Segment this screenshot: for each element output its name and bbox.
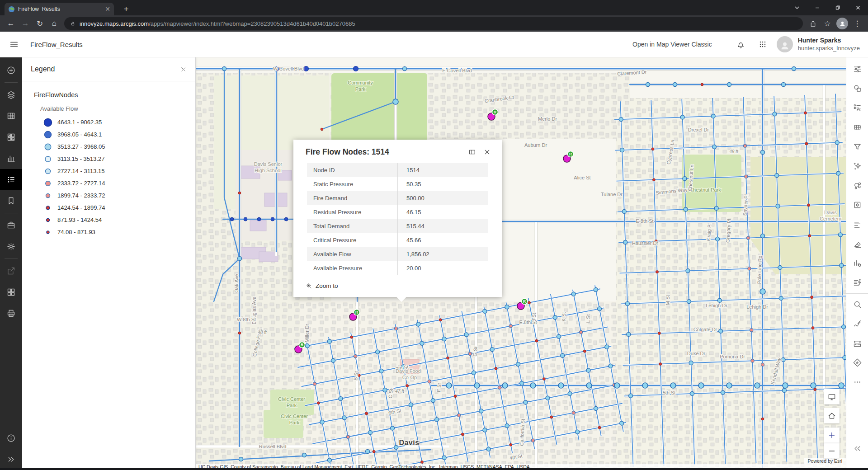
legend-label: 2727.14 - 3113.15 [57,168,105,174]
collapse-icon [853,444,862,453]
legend-label: 2333.72 - 2727.14 [57,180,105,187]
labels-button[interactable] [846,215,868,234]
settings-icon [6,242,16,251]
tab-close-icon[interactable]: ✕ [105,6,110,12]
apps-button[interactable] [0,282,22,303]
open-classic-link[interactable]: Open in Map Viewer Classic [632,41,712,48]
expand-button[interactable] [0,449,22,470]
restore-icon[interactable] [827,0,848,15]
add-button[interactable] [0,60,22,81]
browser-menu-icon[interactable]: ⋮ [850,16,864,31]
styles-button[interactable] [846,79,868,98]
map-label: Park [287,403,297,408]
app-launcher-icon[interactable] [755,37,770,52]
minimize-icon[interactable] [807,0,827,15]
charts-button[interactable] [0,148,22,169]
zoom-to-link[interactable]: Zoom to [306,282,502,289]
properties-button[interactable] [846,59,868,79]
notifications-bell-icon[interactable] [733,37,749,52]
map-label: Duke Dr [687,351,706,356]
user-info[interactable]: Hunter Sparks hunter.sparks_Innovyze [798,37,860,52]
screen-button[interactable] [824,389,840,404]
back-icon[interactable]: ← [4,16,18,31]
toolbar-divider [5,82,18,83]
zoom-in-button[interactable] [824,428,840,443]
filter-button[interactable] [846,137,868,156]
aggregation-icon [853,181,862,190]
chart-config-button[interactable] [846,254,868,273]
user-id: hunter.sparks_Innovyze [798,45,860,52]
left-toolbar [0,57,22,470]
layers-button[interactable] [0,84,22,105]
window-edge [0,468,868,470]
map-label: Co-Op [402,375,417,380]
new-tab-button[interactable]: + [120,3,132,15]
reload-icon[interactable]: ↻ [33,16,47,31]
legend-item-list: 4643.1 - 9062.353968.05 - 4643.13513.27 … [30,116,187,238]
map-label: Davis [824,210,837,215]
actions-button[interactable] [846,273,868,292]
sketch-button[interactable] [846,314,868,334]
attribute-label: Available Flow [307,247,397,261]
legend-label: 1424.54 - 1899.74 [57,204,105,211]
attr-table-button[interactable] [846,118,868,137]
dock-popup-icon[interactable] [468,148,476,156]
hamburger-menu-icon[interactable] [6,36,22,52]
search-button[interactable] [846,295,868,314]
legend-close-icon[interactable] [180,66,187,73]
map-label: 48 ft [258,330,267,335]
forward-icon[interactable]: → [18,16,33,31]
map-label: Alice St [574,175,590,180]
map-area: W Covell BlvdE Covell BlvdClaremont DrCr… [196,57,846,470]
fields-button[interactable] [846,98,868,118]
map-label: 48 ft [729,149,739,154]
table-button[interactable] [0,105,22,127]
share-button[interactable] [0,260,22,282]
map-label: Russell Blvd [259,444,287,449]
share-icon [6,266,16,276]
bookmark-button[interactable] [0,190,22,212]
close-popup-icon[interactable] [483,148,491,156]
attribute-row: Available Pressure20.00 [307,261,488,275]
basemap-button[interactable] [0,127,22,148]
print-button[interactable] [0,303,22,324]
map-label: E Covell Blvd [442,68,472,73]
map-label: W Covell Blvd [273,66,304,71]
browser-home-icon[interactable]: ⌂ [47,16,61,31]
close-window-icon[interactable] [848,0,868,15]
attribute-value: 1,856.02 [397,247,488,261]
legend-symbol [43,179,53,188]
expand-icon [6,455,16,464]
attribute-value: 46.15 [397,205,488,219]
home-button[interactable] [824,408,840,423]
save-button[interactable] [0,215,22,236]
fields-icon [853,103,862,113]
legend-button[interactable] [0,169,22,190]
map-label: Cemetery [820,216,841,221]
directions-button[interactable] [846,353,868,372]
aggregation-button[interactable] [846,176,868,195]
url-bar[interactable]: innovyze.maps.arcgis.com/apps/mapviewer/… [64,17,803,30]
attribute-row: Residual Pressure46.15 [307,205,488,219]
settings-button[interactable] [0,236,22,257]
effects-button[interactable] [846,156,868,176]
popups-button[interactable] [846,195,868,215]
browser-tab[interactable]: FireFlow_Results ✕ [5,3,114,15]
zoom-out-button[interactable] [824,443,840,458]
tab-search-icon[interactable] [787,0,807,15]
share-page-icon[interactable] [806,16,820,31]
collapse-button[interactable] [846,439,868,458]
more-button[interactable] [846,372,868,392]
attribute-value: 50.35 [397,177,488,191]
bookmark-star-icon[interactable]: ☆ [820,16,835,31]
measure-button[interactable] [846,334,868,353]
legend-symbol [43,228,53,237]
info-button[interactable] [0,428,22,449]
browser-profile-icon[interactable] [836,18,848,29]
attribute-label: Fire Demand [307,191,397,205]
zoom-to-label: Zoom to [316,282,338,289]
edit-icon [853,239,862,249]
map-label: Oak Ave [234,274,239,292]
user-avatar[interactable] [777,36,793,52]
edit-button[interactable] [846,234,868,254]
